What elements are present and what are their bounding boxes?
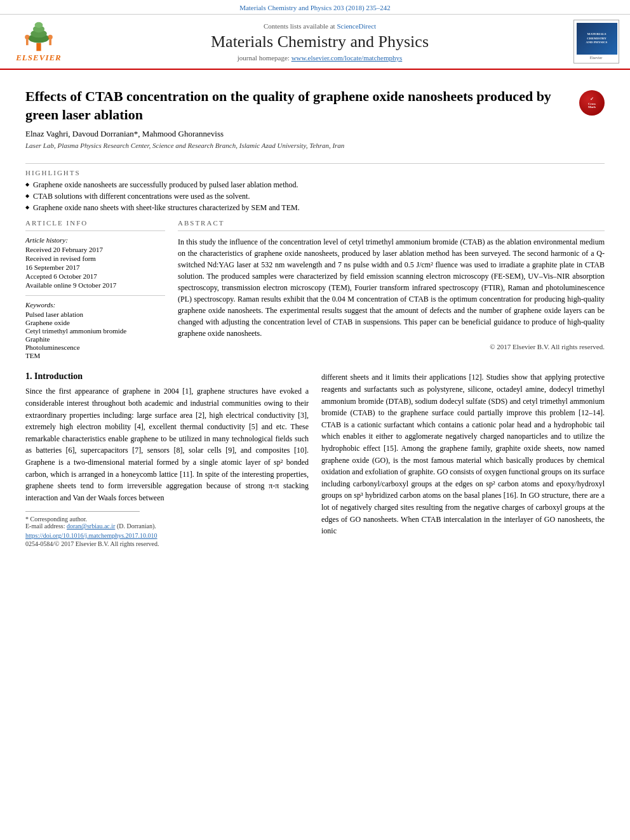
introduction-section: 1. Introduction Since the first appearan…: [25, 371, 605, 547]
journal-logo-box: MATERIALSCHEMISTRYAND PHYSICS Elsevier: [573, 20, 619, 63]
email-footnote: E-mail address: doran@srbiau.ac.ir (D. D…: [25, 523, 309, 530]
highlight-item: Graphene oxide nanosheets are successful…: [25, 180, 605, 190]
history-title: Article history:: [25, 236, 165, 244]
email-link[interactable]: doran@srbiau.ac.ir: [67, 523, 115, 530]
svg-point-4: [35, 22, 43, 27]
citation-text: Materials Chemistry and Physics 203 (201…: [239, 4, 391, 11]
sciencedirect-link[interactable]: ScienceDirect: [337, 22, 376, 30]
affiliation: Laser Lab, Plasma Physics Research Cente…: [25, 142, 569, 149]
journal-title: Materials Chemistry and Physics: [67, 32, 572, 51]
available-online: Available online 9 October 2017: [25, 281, 165, 289]
accepted-date: Accepted 6 October 2017: [25, 272, 165, 280]
abstract-label: ABSTRACT: [178, 219, 605, 227]
main-content: Effects of CTAB concentration on the qua…: [0, 70, 630, 547]
contents-available-line: Contents lists available at ScienceDirec…: [67, 22, 572, 30]
article-info-col: ARTICLE INFO Article history: Received 2…: [25, 219, 165, 360]
authors: Elnaz Vaghri, Davoud Dorranian*, Mahmood…: [25, 129, 569, 139]
highlight-item: Graphene oxide nano sheets with sheet-li…: [25, 203, 605, 213]
author-names: Elnaz Vaghri, Davoud Dorranian*, Mahmood…: [25, 129, 224, 138]
keyword-item: Graphene oxide: [25, 319, 165, 326]
abstract-col: ABSTRACT In this study the influence of …: [178, 219, 605, 360]
keyword-item: TEM: [25, 352, 165, 359]
elsevier-brand-text: ELSEVIER: [16, 53, 62, 63]
info-divider: [25, 230, 165, 231]
intro-left-col: 1. Introduction Since the first appearan…: [25, 371, 309, 547]
footnote-divider: [25, 511, 140, 512]
highlight-item: CTAB solutions with different concentrat…: [25, 192, 605, 201]
keyword-item: Cetyl trimethyl ammonium bromide: [25, 327, 165, 335]
corresponding-footnote: * Corresponding author.: [25, 516, 309, 523]
copyright-line: © 2017 Elsevier B.V. All rights reserved…: [178, 343, 605, 350]
highlights-label: HIGHLIGHTS: [25, 169, 605, 177]
keywords-divider: [25, 295, 165, 296]
highlights-divider: [25, 163, 605, 164]
abstract-divider: [178, 230, 605, 231]
elsevier-logo: ELSEVIER: [10, 21, 67, 63]
svg-point-7: [48, 34, 53, 39]
crossmark-icon: ✓ Cross Mark: [579, 90, 605, 116]
journal-logo-right: MATERIALSCHEMISTRYAND PHYSICS Elsevier: [572, 20, 620, 63]
article-title: Effects of CTAB concentration on the qua…: [25, 88, 569, 124]
keyword-item: Graphite: [25, 335, 165, 343]
received-revised-label: Received in revised form: [25, 255, 165, 262]
intro-right-col: different sheets and it limits their app…: [321, 371, 605, 547]
issn-line: 0254-0584/© 2017 Elsevier B.V. All right…: [25, 540, 309, 547]
journal-center: Contents lists available at ScienceDirec…: [67, 22, 572, 62]
svg-point-5: [25, 34, 29, 39]
highlights-list: Graphene oxide nanosheets are successful…: [25, 180, 605, 213]
abstract-text: In this study the influence of the conce…: [178, 236, 605, 339]
crossmark-badge: ✓ Cross Mark: [579, 90, 605, 116]
keyword-item: Photoluminescence: [25, 343, 165, 351]
doi-line: https://doi.org/10.1016/j.matchemphys.20…: [25, 532, 309, 539]
journal-header: ELSEVIER Contents lists available at Sci…: [0, 15, 630, 70]
journal-homepage-link[interactable]: www.elsevier.com/locate/matchemphys: [292, 54, 403, 62]
article-info-label: ARTICLE INFO: [25, 219, 165, 227]
svg-rect-6: [26, 39, 29, 45]
received-revised-date: 16 September 2017: [25, 263, 165, 271]
intro-right-text: different sheets and it limits their app…: [321, 371, 605, 537]
intro-left-text: Since the first appearance of graphene i…: [25, 385, 309, 503]
svg-rect-8: [49, 39, 51, 45]
keywords-list: Pulsed laser ablation Graphene oxide Cet…: [25, 310, 165, 359]
doi-link[interactable]: https://doi.org/10.1016/j.matchemphys.20…: [25, 532, 158, 539]
svg-rect-0: [36, 43, 41, 51]
article-history: Article history: Received 20 February 20…: [25, 236, 165, 289]
elsevier-tree-icon: [20, 21, 58, 53]
keywords-section: Keywords: Pulsed laser ablation Graphene…: [25, 295, 165, 359]
keywords-title: Keywords:: [25, 301, 165, 309]
journal-homepage-line: journal homepage: www.elsevier.com/locat…: [67, 54, 572, 62]
intro-cols: 1. Introduction Since the first appearan…: [25, 371, 605, 547]
info-abstract-section: ARTICLE INFO Article history: Received 2…: [25, 219, 605, 360]
journal-citation: Materials Chemistry and Physics 203 (201…: [0, 0, 630, 15]
intro-heading: 1. Introduction: [25, 371, 309, 382]
keyword-item: Pulsed laser ablation: [25, 310, 165, 318]
received-date: Received 20 February 2017: [25, 246, 165, 253]
